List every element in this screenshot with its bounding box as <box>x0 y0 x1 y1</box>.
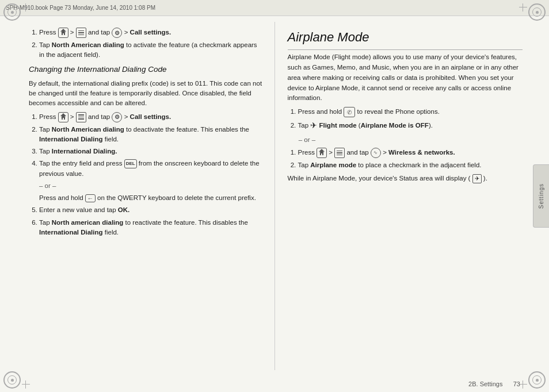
main-content: Press > and tap ⚙ > Call settings. Tap N… <box>0 16 533 376</box>
list-item: Tap International Dialing. <box>39 147 264 156</box>
crosshair-tr <box>519 3 527 11</box>
list-item: Tap ✈ Flight mode (Airplane Mode is OFF)… <box>298 120 523 132</box>
settings-tab: Settings <box>533 164 549 228</box>
or-divider: – or – <box>39 181 264 191</box>
settings-icon: ⚙ <box>112 112 122 122</box>
list-item: Tap North American dialing to activate t… <box>39 40 264 60</box>
footer-bar: 2B. Settings 73 <box>0 376 549 392</box>
list-item: Enter a new value and tap OK. <box>39 205 264 215</box>
section-body: By default, the international dialing pr… <box>29 79 264 109</box>
del-icon: DEL <box>124 159 137 168</box>
menu-icon <box>76 112 86 122</box>
airplane-icon: ✈ <box>310 120 317 132</box>
list-item: Tap the entry field and press DEL from t… <box>39 159 264 203</box>
footer-page: 73 <box>513 381 520 387</box>
airplane-intro: Airplane Mode (Flight mode) allows you t… <box>288 52 523 103</box>
section-steps: Press > and tap ⚙ > Call settings. Tap N… <box>39 112 264 238</box>
svg-marker-2 <box>319 151 324 155</box>
settings-icon: ⚙ <box>112 28 122 38</box>
menu-icon <box>334 148 345 158</box>
airplane-mode-heading: Airplane Mode <box>288 28 523 50</box>
footer-section: 2B. Settings <box>468 381 502 387</box>
back-icon: ← <box>85 194 96 202</box>
or-divider-main: – or – <box>288 135 523 145</box>
list-item: Press > and tap ∿ > Wireless & networks. <box>298 148 523 158</box>
menu-icon <box>76 28 86 38</box>
page: SPH-M910.book Page 73 Monday, June 14, 2… <box>0 0 549 392</box>
list-item: Tap North american dialing to reactivate… <box>39 218 264 238</box>
home-icon <box>58 112 68 122</box>
phone-hold-icon: ✆ <box>344 107 355 117</box>
list-item: Press and hold ✆ to reveal the Phone opt… <box>298 107 523 117</box>
right-column: Airplane Mode Airplane Mode (Flight mode… <box>275 22 533 370</box>
svg-marker-0 <box>61 30 66 35</box>
list-item: Press > and tap ⚙ > Call settings. <box>39 112 264 122</box>
list-item: Press > and tap ⚙ > Call settings. <box>39 28 264 38</box>
closing-text: While in Airplane Mode, your device's St… <box>288 174 523 184</box>
svg-marker-1 <box>61 115 66 120</box>
list-item: Tap North American dialing to deactivate… <box>39 125 264 145</box>
airplane-steps-b: Press > and tap ∿ > Wireless & networks.… <box>298 148 523 170</box>
airplane-status-icon: ✈ <box>472 174 482 183</box>
left-column: Press > and tap ⚙ > Call settings. Tap N… <box>0 22 275 370</box>
crosshair-tl <box>22 3 30 11</box>
airplane-steps-a: Press and hold ✆ to reveal the Phone opt… <box>298 107 523 132</box>
header-bar: SPH-M910.book Page 73 Monday, June 14, 2… <box>0 0 549 16</box>
home-icon <box>58 28 68 38</box>
side-tab-label: Settings <box>538 183 544 209</box>
intro-steps: Press > and tap ⚙ > Call settings. Tap N… <box>39 28 264 60</box>
section-heading: Changing the International Dialing Code <box>29 64 264 75</box>
list-item: Tap Airplane mode to place a checkmark i… <box>298 160 523 170</box>
home-icon <box>317 148 327 158</box>
wireless-icon: ∿ <box>371 148 381 158</box>
